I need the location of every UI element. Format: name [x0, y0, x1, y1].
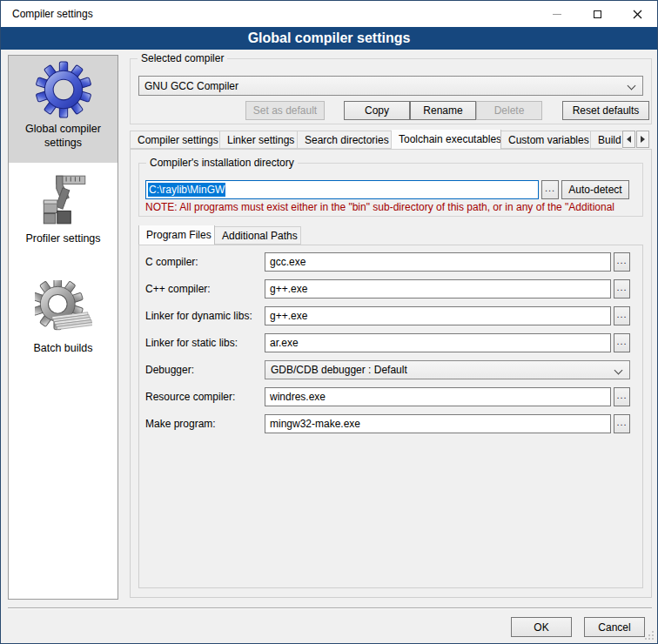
make-program-browse-button[interactable]: ... [614, 414, 630, 433]
static-linker-browse-button[interactable]: ... [614, 333, 630, 352]
sidebar-item-profiler-settings[interactable]: Profiler settings [9, 167, 118, 254]
compiler-select[interactable]: GNU GCC Compiler [138, 76, 643, 96]
cpp-compiler-browse-button[interactable]: ... [614, 279, 630, 299]
debugger-select[interactable]: GDB/CDB debugger : Default [265, 360, 630, 379]
cpp-compiler-input[interactable] [265, 279, 611, 299]
minimize-button[interactable] [537, 1, 577, 27]
gray-gear-papers-icon [35, 280, 92, 338]
resource-compiler-input[interactable] [265, 387, 611, 406]
tab-program-files[interactable]: Program Files [138, 225, 215, 245]
tab-scroll-right-button[interactable] [636, 131, 649, 148]
delete-button[interactable]: Delete [476, 101, 542, 120]
reset-defaults-button[interactable]: Reset defaults [562, 101, 649, 120]
dynamic-linker-label: Linker for dynamic libs: [145, 310, 252, 322]
program-tab-strip: Program Files Additional Paths [138, 225, 400, 245]
make-program-label: Make program: [145, 418, 216, 430]
c-compiler-input[interactable] [265, 252, 611, 272]
close-icon [633, 10, 642, 19]
triangle-right-icon [641, 136, 645, 143]
chevron-down-icon [614, 366, 623, 375]
resize-grip[interactable] [644, 630, 655, 641]
group-label: Compiler's installation directory [146, 157, 298, 169]
sidebar-item-label: Batch builds [33, 341, 92, 355]
ok-button[interactable]: OK [511, 617, 572, 637]
debugger-label: Debugger: [145, 364, 194, 376]
static-linker-input[interactable] [265, 333, 611, 352]
copy-button[interactable]: Copy [344, 101, 410, 120]
install-dir-input[interactable]: C:\raylib\MinGW [145, 180, 539, 199]
minimize-icon [553, 14, 561, 15]
sidebar-item-label: Global compiler settings [9, 122, 118, 151]
install-dir-note: NOTE: All programs must exist either in … [145, 201, 640, 213]
resource-compiler-label: Resource compiler: [145, 391, 235, 403]
rename-button[interactable]: Rename [410, 101, 476, 120]
settings-category-list: Global compiler settings [8, 55, 118, 600]
cpp-compiler-label: C++ compiler: [145, 283, 211, 295]
blue-gear-icon [35, 61, 92, 118]
c-compiler-label: C compiler: [145, 256, 198, 268]
triangle-left-icon [627, 136, 631, 143]
make-program-input[interactable] [265, 414, 611, 433]
group-label: Selected compiler [138, 52, 227, 64]
sidebar-item-batch-builds[interactable]: Batch builds [9, 277, 118, 364]
window-title: Compiler settings [12, 8, 93, 20]
sidebar-item-global-compiler-settings[interactable]: Global compiler settings [9, 56, 118, 163]
dynamic-linker-input[interactable] [265, 306, 611, 325]
cancel-button[interactable]: Cancel [584, 617, 645, 637]
title-bar[interactable]: Compiler settings [1, 1, 657, 27]
set-as-default-button[interactable]: Set as default [245, 101, 325, 120]
auto-detect-button[interactable]: Auto-detect [561, 180, 629, 199]
resource-compiler-browse-button[interactable]: ... [614, 387, 630, 406]
main-tab-strip: Compiler settings Linker settings Search… [130, 130, 622, 149]
maximize-icon [594, 10, 601, 18]
maximize-button[interactable] [577, 1, 617, 27]
install-dir-selected-text: C:\raylib\MinGW [148, 183, 225, 197]
compiler-settings-dialog: Compiler settings Global compiler settin… [0, 0, 658, 644]
debugger-select-value: GDB/CDB debugger : Default [271, 364, 407, 376]
chevron-down-icon [628, 82, 636, 91]
caption-buttons [537, 1, 657, 27]
sidebar-item-label: Profiler settings [25, 231, 100, 245]
page-title: Global compiler settings [248, 30, 411, 46]
c-compiler-browse-button[interactable]: ... [614, 252, 630, 272]
tab-scroll-left-button[interactable] [622, 131, 635, 148]
tab-build-options[interactable]: Build options [591, 131, 622, 149]
static-linker-label: Linker for static libs: [145, 337, 238, 349]
caliper-icon [35, 171, 92, 228]
tab-custom-variables[interactable]: Custom variables [501, 131, 591, 149]
tab-additional-paths[interactable]: Additional Paths [215, 226, 301, 245]
compiler-select-value: GNU GCC Compiler [144, 80, 238, 92]
footer-separator [8, 607, 652, 609]
tab-compiler-settings[interactable]: Compiler settings [130, 131, 220, 149]
tab-search-directories[interactable]: Search directories [298, 131, 392, 149]
tab-scroll-arrows [622, 131, 649, 148]
close-button[interactable] [617, 1, 657, 27]
dynamic-linker-browse-button[interactable]: ... [614, 306, 630, 325]
install-dir-browse-button[interactable]: ... [541, 180, 559, 199]
tab-linker-settings[interactable]: Linker settings [220, 131, 298, 149]
dialog-header: Global compiler settings [1, 27, 657, 50]
tab-toolchain-executables[interactable]: Toolchain executables [392, 130, 501, 149]
